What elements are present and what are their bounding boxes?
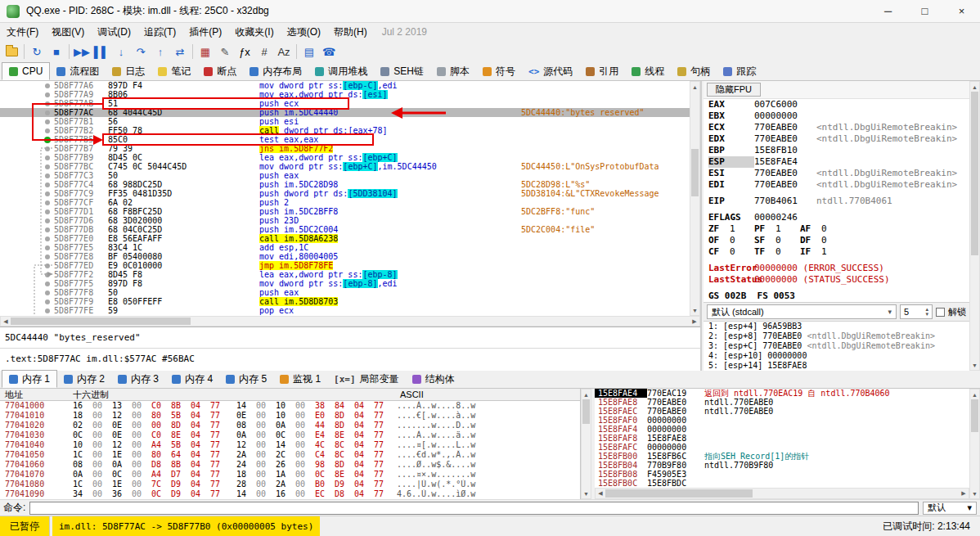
register-row[interactable]: EAX007C6000 — [704, 99, 969, 110]
menu-item[interactable]: 选项(O) — [281, 23, 327, 41]
scroll-thumb[interactable] — [691, 149, 699, 196]
disasm-row[interactable]: 5D8F77B156push esi — [0, 117, 690, 126]
pause-button[interactable]: ▌▌ — [92, 43, 111, 61]
menu-item[interactable]: 视图(V) — [45, 23, 91, 41]
scroll-up-icon[interactable]: ▲ — [582, 390, 591, 399]
dump-row[interactable]: 7704104010001200A45B0477120014004C8C0477… — [0, 440, 580, 450]
stack-row[interactable]: 15E8FB0C15E8FBDC — [595, 479, 969, 488]
tab-内存 1[interactable]: 内存 1 — [2, 370, 57, 388]
disasm-row[interactable]: 5D8F77C468 988DC25Dpush im.5DC28D985DC28… — [0, 180, 690, 189]
breakpoint-toggle[interactable] — [41, 261, 54, 270]
argument-row[interactable]: 3: [esp+C] 770EABE0 <ntdll.DbgUiRemoteBr… — [704, 341, 969, 351]
scroll-thumb[interactable] — [971, 399, 978, 432]
dump-row[interactable]: 77041090340036000CD9047714001600ECD80477… — [0, 489, 580, 499]
menu-item[interactable]: 收藏夹(I) — [228, 23, 280, 41]
dump-row[interactable]: 770410801C001E007CD9047728002A00B0D90477… — [0, 480, 580, 489]
run-to-user-code-button[interactable]: ⇄ — [170, 43, 190, 61]
tab-源代码[interactable]: <>源代码 — [522, 62, 579, 80]
disasm-row[interactable]: 5D8F77E8BF 05400080mov edi,80004005 — [0, 252, 690, 261]
stack-row[interactable]: 15E8FAEC770EABE0ntdll.770EABE0 — [595, 407, 969, 416]
register-row[interactable]: ESI770EABE0<ntdll.DbgUiRemoteBreakin> — [704, 168, 969, 179]
breakpoint-toggle[interactable] — [41, 144, 54, 153]
tab-内存 4[interactable]: 内存 4 — [165, 370, 219, 388]
breakpoint-toggle[interactable] — [41, 306, 54, 315]
breakpoint-toggle[interactable] — [41, 279, 54, 288]
tab-内存布局[interactable]: 内存布局 — [243, 62, 308, 80]
registers-vscrollbar[interactable]: ▲ ▼ — [969, 81, 980, 371]
stack-row[interactable]: 15E8FB0015E8FB6C指向SEH_Record[1]的指针 — [595, 452, 969, 461]
dump-row[interactable]: 770410700A000C00A4D7047718001A000C8E0477… — [0, 470, 580, 480]
register-value[interactable]: 770EABE0 — [754, 122, 816, 133]
menu-item[interactable]: 调试(D) — [91, 23, 137, 41]
register-value[interactable]: 770B4061 — [754, 196, 816, 207]
scroll-track[interactable] — [970, 92, 979, 360]
scroll-track[interactable] — [11, 317, 690, 326]
stack-row[interactable]: 15E8FAF815E8FAE8 — [595, 434, 969, 443]
register-value[interactable]: 15E8FB10 — [754, 145, 816, 156]
breakpoint-toggle[interactable] — [41, 126, 54, 135]
tab-SEH链[interactable]: SEH链 — [374, 62, 430, 80]
calling-convention-select[interactable]: 默认 (stdcall) ▾ — [707, 304, 897, 319]
breakpoint-toggle[interactable] — [41, 135, 54, 144]
menu-item[interactable]: 插件(P) — [182, 23, 228, 41]
restart-button[interactable]: ↻ — [27, 43, 47, 61]
disasm-row[interactable]: 5D8F77F9E8 050FFEFFcall im.5D8D8703 — [0, 297, 690, 306]
case-button[interactable]: Az — [274, 43, 294, 61]
notes-book-button[interactable]: ▤ — [299, 43, 319, 61]
scroll-down-icon[interactable]: ▼ — [690, 305, 699, 315]
breakpoint-toggle[interactable] — [41, 252, 54, 261]
flag-value[interactable]: 1 — [730, 223, 754, 235]
scroll-down-icon[interactable]: ▼ — [582, 489, 591, 498]
disasm-row[interactable]: 5D8F77B585C0test eax,eax — [0, 135, 690, 144]
breakpoint-toggle[interactable] — [41, 81, 54, 90]
flag-value[interactable]: 0 — [775, 235, 800, 246]
register-value[interactable]: 00000246 — [754, 212, 816, 223]
dump-row[interactable]: 7704102002000E00008D047708000A00448D0477… — [0, 421, 580, 430]
scroll-up-icon[interactable]: ▲ — [970, 390, 979, 399]
scroll-track[interactable] — [582, 399, 591, 489]
flag-value[interactable]: 0 — [775, 246, 800, 258]
stack-row[interactable]: 15E8FAFC00000000 — [595, 443, 969, 452]
breakpoint-toggle[interactable] — [41, 216, 54, 225]
run-button[interactable]: ▶▶ — [72, 43, 92, 61]
disasm-row[interactable]: 5D8F77B2FF50 78call dword ptr ds:[eax+78… — [0, 126, 690, 135]
disasm-vscrollbar[interactable]: ▲ ▼ — [690, 81, 700, 316]
register-row[interactable]: EIP770B4061ntdll.770B4061 — [704, 196, 969, 207]
breakpoint-toggle[interactable] — [41, 297, 54, 306]
scroll-up-icon[interactable]: ▲ — [970, 82, 979, 92]
tab-内存 3[interactable]: 内存 3 — [111, 370, 165, 388]
tab-CPU[interactable]: CPU — [2, 62, 50, 80]
patches-button[interactable]: ▦ — [196, 43, 215, 61]
hide-fpu-button[interactable]: 隐藏FPU — [707, 83, 761, 97]
tab-调用堆栈[interactable]: 调用堆栈 — [308, 62, 374, 80]
dump-row[interactable]: 770410501C001E00806404772A002C00C48C0477… — [0, 450, 580, 460]
breakpoint-toggle[interactable] — [41, 171, 54, 180]
ordinals-button[interactable]: # — [254, 43, 274, 61]
step-into-button[interactable]: ↓ — [111, 43, 131, 61]
breakpoint-toggle[interactable] — [41, 198, 54, 207]
breakpoint-toggle[interactable] — [41, 180, 54, 189]
menu-item[interactable]: 追踪(T) — [137, 23, 182, 41]
breakpoint-toggle[interactable] — [41, 243, 54, 252]
tab-句柄[interactable]: 句柄 — [671, 62, 717, 80]
register-value[interactable]: 15E8FAE4 — [754, 156, 816, 168]
disasm-row[interactable]: 5D8F77EDE9 0C010000jmp im.5D8F78FE — [0, 261, 690, 270]
disasm-row[interactable]: 5D8F77D668 3D020000push 23D — [0, 216, 690, 225]
breakpoint-toggle[interactable] — [41, 189, 54, 198]
tab-内存 2[interactable]: 内存 2 — [57, 370, 111, 388]
disasm-row[interactable]: 5D8F77FE59pop ecx — [0, 306, 690, 315]
register-row[interactable]: EBX00000000 — [704, 110, 969, 122]
flag-value[interactable]: 0 — [730, 246, 754, 258]
disasm-hscrollbar[interactable]: ◀ ▶ — [0, 316, 700, 327]
register-value[interactable]: 770EABE0 — [754, 168, 816, 179]
stack-row[interactable]: 15E8FAF000000000 — [595, 416, 969, 425]
disasm-row[interactable]: 5D8F77E583C4 1Cadd esp,1C — [0, 243, 690, 252]
stack-row[interactable]: 15E8FB08F45905E3 — [595, 470, 969, 479]
scroll-track[interactable] — [605, 489, 959, 498]
disasm-row[interactable]: 5D8F77DB68 04C0C25Dpush im.5DC2C0045DC2C… — [0, 225, 690, 234]
tab-监视 1[interactable]: 监视 1 — [273, 370, 327, 388]
scroll-thumb[interactable] — [605, 489, 753, 498]
breakpoint-toggle[interactable] — [41, 90, 54, 99]
tab-局部变量[interactable]: [x=]局部变量 — [327, 370, 406, 388]
tab-引用[interactable]: 引用 — [579, 62, 625, 80]
